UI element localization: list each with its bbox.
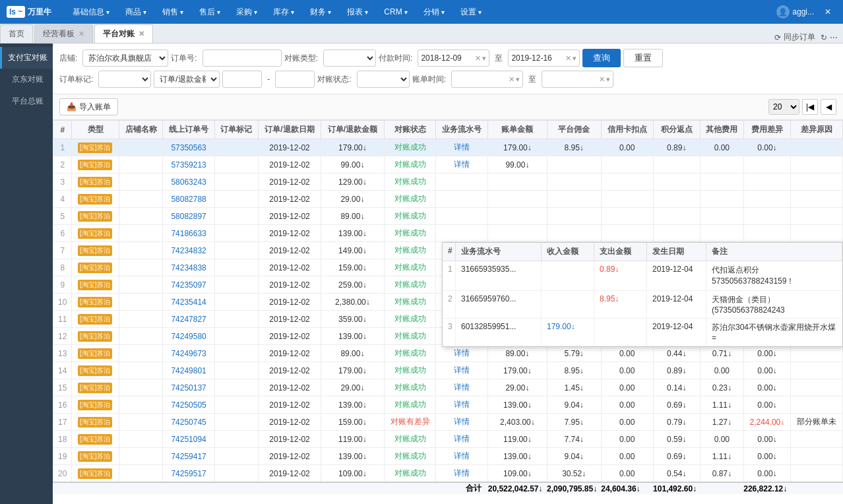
- paytime-to-label: 至: [495, 53, 503, 64]
- tab-dashboard[interactable]: 经营看板 ✕: [34, 24, 93, 43]
- nav-basics[interactable]: 基础信息▾: [65, 0, 117, 24]
- td-credit: 0.00: [601, 414, 653, 431]
- paytime-to-input[interactable]: [511, 53, 564, 63]
- td-reason: [791, 139, 843, 156]
- store-select[interactable]: 苏泊尔欢具旗舰店: [82, 49, 168, 67]
- ordertag-select[interactable]: [98, 71, 151, 88]
- paytime-from-clear[interactable]: ✕: [475, 54, 481, 63]
- td-tag: [214, 362, 258, 379]
- amount-to-input[interactable]: [275, 71, 315, 88]
- sidebar-item-jd[interactable]: 京东对账: [0, 69, 53, 90]
- accounttime-to-input[interactable]: [545, 75, 598, 84]
- page-size-select[interactable]: 20 50 100: [768, 99, 799, 115]
- close-btn[interactable]: ✕: [819, 7, 836, 16]
- td-commission: [547, 173, 601, 191]
- nav-right: 👤 aggi... ✕: [771, 5, 836, 18]
- reset-button[interactable]: 重置: [623, 49, 663, 67]
- user-menu[interactable]: 👤 aggi...: [771, 5, 819, 18]
- td-points: 0.54↓: [653, 465, 700, 483]
- accounttime-to-clear[interactable]: ✕: [599, 75, 605, 84]
- more-icon[interactable]: ⋯: [830, 33, 838, 42]
- accounttime-from-cal[interactable]: ▾: [516, 75, 520, 84]
- td-order: 74249580: [163, 328, 215, 345]
- td-points: 0.89↓: [653, 139, 700, 156]
- footer-reason: [791, 482, 843, 494]
- th-type: 类型: [72, 121, 119, 139]
- td-order: 74259417: [163, 448, 215, 465]
- td-flow: [436, 208, 488, 225]
- nav-inventory[interactable]: 库存▾: [265, 0, 302, 24]
- tab-home[interactable]: 首页: [0, 24, 33, 43]
- import-btn[interactable]: 📥 导入账单: [59, 98, 118, 115]
- accounttime-from-clear[interactable]: ✕: [509, 75, 515, 84]
- td-num: 13: [53, 345, 72, 362]
- td-store: [119, 191, 163, 208]
- paytime-to-cal[interactable]: ▾: [573, 54, 577, 63]
- accounttime-to-cal[interactable]: ▾: [606, 75, 610, 84]
- nav-reports[interactable]: 报表▾: [339, 0, 376, 24]
- td-credit: 0.00: [601, 345, 653, 362]
- accounttime-from-input[interactable]: [454, 75, 507, 84]
- nav-sales[interactable]: 销售▾: [154, 0, 191, 24]
- query-button[interactable]: 查询: [582, 49, 621, 67]
- td-tag: [214, 328, 258, 345]
- td-reason: [791, 396, 843, 414]
- td-diff: 0.00↓: [743, 379, 790, 396]
- td-status: 对账成功: [384, 173, 436, 191]
- td-other: 0.00: [700, 139, 743, 156]
- refresh-icon[interactable]: ↻: [821, 33, 827, 42]
- sidebar-item-alipay[interactable]: 支付宝对账: [0, 47, 53, 69]
- ordernum-input[interactable]: [203, 49, 282, 67]
- td-status: 对账成功: [384, 448, 436, 465]
- td-other: 1.27↓: [700, 414, 743, 431]
- td-num: 20: [53, 465, 72, 483]
- td-order: 58082788: [163, 191, 215, 208]
- td-store: [119, 208, 163, 225]
- paytime-to-clear[interactable]: ✕: [565, 54, 571, 63]
- nav-aftersale[interactable]: 售后▾: [191, 0, 228, 24]
- popup-cell-date: 2019-12-04: [647, 319, 706, 346]
- td-date: 2019-12-02: [258, 362, 321, 379]
- ordermoneytype-select[interactable]: 订单/退款金额: [154, 71, 220, 88]
- tab-dashboard-close[interactable]: ✕: [78, 30, 84, 38]
- first-page-btn[interactable]: |◀: [802, 99, 818, 115]
- sidebar-item-total[interactable]: 平台总账: [0, 90, 53, 112]
- td-reason: 部分账单未: [791, 414, 843, 431]
- tab-reconcile-close[interactable]: ✕: [139, 30, 144, 38]
- popup-header: # 业务流水号 收入金额 支出金额 发生日期 备注: [443, 243, 842, 261]
- td-num: 11: [53, 311, 72, 328]
- paytime-from-input[interactable]: [421, 53, 474, 63]
- nav-products[interactable]: 商品▾: [117, 0, 154, 24]
- logo: Is ~ 万里牛: [7, 6, 51, 18]
- th-date: 订单/退款日期: [258, 121, 321, 139]
- status-select[interactable]: [357, 71, 410, 88]
- td-reason: [791, 345, 843, 362]
- nav-settings[interactable]: 设置▾: [453, 0, 489, 24]
- table-wrapper[interactable]: # 类型 店铺名称 线上订单号 订单标记 订单/退款日期 订单/退款金额 对账状…: [53, 120, 843, 504]
- td-date: 2019-12-02: [258, 311, 321, 328]
- nav-distribution[interactable]: 分销▾: [416, 0, 453, 24]
- nav-purchase[interactable]: 采购▾: [228, 0, 265, 24]
- td-status: 对账成功: [384, 465, 436, 483]
- td-store: [119, 294, 163, 311]
- sync-btn[interactable]: ⟳ 同步订单 ↻ ⋯: [774, 32, 838, 43]
- td-commission: 8.95↓: [547, 362, 601, 379]
- logo-box: Is ~: [7, 6, 25, 18]
- matchtype-select[interactable]: [323, 49, 376, 67]
- nav-crm[interactable]: CRM▾: [376, 0, 415, 24]
- prev-page-btn[interactable]: ◀: [821, 99, 836, 115]
- popup-row: 1 31665935935... 0.89↓ 2019-12-04 代扣返点积分…: [443, 261, 842, 291]
- table-row: 5 [淘宝]苏泊 58082897 2019-12-02 89.00↓ 对账成功: [53, 208, 843, 225]
- nav-finance[interactable]: 财务▾: [302, 0, 339, 24]
- td-reason: [791, 191, 843, 208]
- tab-reconcile[interactable]: 平台对账 ✕: [94, 24, 153, 43]
- td-bill: 179.00↓: [488, 139, 547, 156]
- paytime-from-cal[interactable]: ▾: [482, 54, 486, 63]
- td-reason: [791, 379, 843, 396]
- amount-from-input[interactable]: [222, 71, 262, 88]
- td-date: 2019-12-02: [258, 259, 321, 276]
- popup-cell-expense: 0.89↓: [594, 261, 647, 290]
- td-status: 对账成功: [384, 362, 436, 379]
- td-store: [119, 156, 163, 173]
- table-header-row: # 类型 店铺名称 线上订单号 订单标记 订单/退款日期 订单/退款金额 对账状…: [53, 121, 843, 139]
